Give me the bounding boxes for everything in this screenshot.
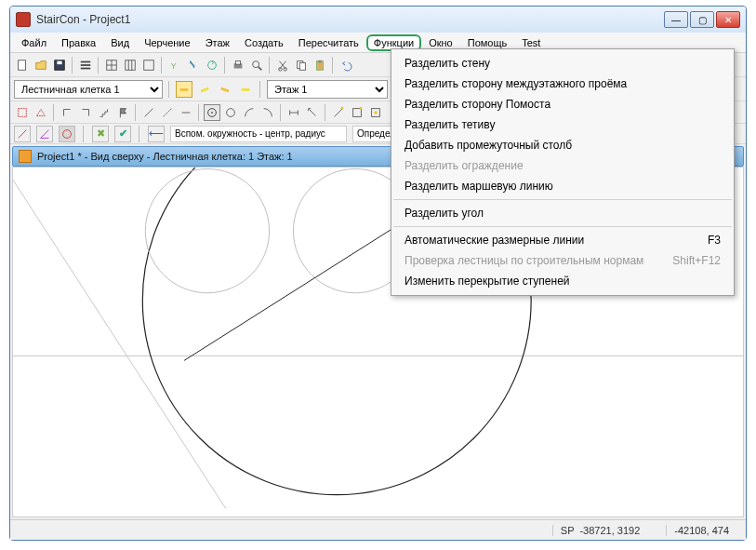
edit-shape2-icon[interactable] <box>367 104 384 121</box>
new-icon[interactable] <box>14 57 31 74</box>
undo-icon[interactable] <box>338 57 354 74</box>
dim2-icon[interactable] <box>304 104 321 121</box>
grid2-icon[interactable] <box>122 57 139 74</box>
copy-icon[interactable] <box>293 57 310 74</box>
corner-tl-icon[interactable] <box>59 104 75 121</box>
refresh-icon[interactable] <box>204 57 220 74</box>
dim1-icon[interactable] <box>285 104 302 121</box>
corner-stair-icon[interactable] <box>96 104 113 121</box>
ctx-line-icon[interactable] <box>14 126 31 142</box>
circle-sel-icon[interactable] <box>204 104 220 121</box>
corner-tr-icon[interactable] <box>77 104 94 121</box>
window-controls: — ▢ ✕ <box>664 11 740 28</box>
grid1-icon[interactable] <box>103 57 120 74</box>
menuitem-изменить-перекрытие-ступеней[interactable]: Изменить перекрытие ступеней <box>391 271 734 291</box>
statusbar: SP -38721, 3192 -42108, 474 <box>10 519 746 540</box>
grid3-icon[interactable] <box>140 57 157 74</box>
svg-rect-41 <box>341 106 344 109</box>
tool-s-icon[interactable] <box>185 57 202 74</box>
ctx-ok-icon[interactable]: ✔ <box>114 126 131 142</box>
svg-line-32 <box>145 108 153 116</box>
window-title: StairCon - Project1 <box>36 13 664 26</box>
menu-пересчитать[interactable]: Пересчитать <box>291 34 366 51</box>
svg-rect-31 <box>19 108 27 116</box>
layer1-icon[interactable] <box>176 81 192 98</box>
svg-rect-0 <box>19 60 26 70</box>
print-icon[interactable] <box>230 57 246 74</box>
menuitem-добавить-промежуточный-столб[interactable]: Добавить промежуточный столб <box>391 135 734 155</box>
svg-text:Y: Y <box>171 60 177 70</box>
maximize-button[interactable]: ▢ <box>690 11 714 28</box>
menu-этаж[interactable]: Этаж <box>198 34 237 51</box>
menu-создать[interactable]: Создать <box>237 34 291 51</box>
cut-icon[interactable] <box>274 57 291 74</box>
document-icon <box>19 150 32 163</box>
arc1-icon[interactable] <box>241 104 258 121</box>
arc2-icon[interactable] <box>259 104 276 121</box>
open-icon[interactable] <box>33 57 49 74</box>
select-rect-icon[interactable] <box>14 104 31 121</box>
menu-вид[interactable]: Вид <box>103 34 137 51</box>
select-poly-icon[interactable] <box>33 104 49 121</box>
paste-icon[interactable] <box>312 57 328 74</box>
svg-rect-26 <box>318 60 322 62</box>
preview-icon[interactable] <box>248 57 265 74</box>
list-icon[interactable] <box>77 57 94 74</box>
menuitem-разделить-стену[interactable]: Разделить стену <box>391 53 734 74</box>
ctx-check-icon[interactable]: ✖ <box>92 126 109 142</box>
svg-rect-43 <box>360 106 363 109</box>
edit-line-icon[interactable] <box>330 104 347 121</box>
ctx-angle-icon[interactable] <box>36 126 53 142</box>
tool-y-icon[interactable]: Y <box>166 57 183 74</box>
svg-rect-30 <box>242 88 250 91</box>
edit-shape1-icon[interactable] <box>349 104 365 121</box>
svg-rect-12 <box>144 60 154 70</box>
svg-rect-42 <box>353 108 362 116</box>
functions-menu: Разделить стенуРазделить сторону междуэт… <box>391 48 735 296</box>
svg-line-18 <box>259 66 262 70</box>
status-coord: -42108, 474 <box>666 525 736 536</box>
svg-rect-27 <box>180 88 189 91</box>
stairwell-combo[interactable]: Лестничная клетка 1 <box>14 80 163 99</box>
app-icon <box>16 12 31 27</box>
svg-point-37 <box>227 108 235 116</box>
svg-rect-5 <box>81 67 91 69</box>
svg-rect-24 <box>299 62 305 70</box>
menuitem-разделить-угол[interactable]: Разделить угол <box>391 203 734 223</box>
menuitem-разделить-сторону-помоста[interactable]: Разделить сторону Помоста <box>391 94 734 114</box>
ctx-back-icon[interactable]: ⟵ <box>148 126 165 142</box>
floor-combo[interactable]: Этаж 1 <box>267 80 388 99</box>
menuitem-разделить-сторону-междуэтажного-проёма[interactable]: Разделить сторону междуэтажного проёма <box>391 74 734 94</box>
menuitem-разделить-тетиву[interactable]: Разделить тетиву <box>391 114 734 135</box>
ctx-circle-icon[interactable] <box>59 126 75 142</box>
svg-line-46 <box>19 129 27 138</box>
svg-point-47 <box>63 129 72 138</box>
svg-point-51 <box>145 168 269 292</box>
svg-line-49 <box>13 180 226 508</box>
menu-правка[interactable]: Правка <box>54 34 103 51</box>
svg-line-33 <box>164 108 172 116</box>
layer3-icon[interactable] <box>217 81 233 98</box>
menuitem-разделить-ограждение: Разделить ограждение <box>391 155 734 176</box>
svg-point-14 <box>208 60 217 69</box>
circle-icon[interactable] <box>222 104 239 121</box>
svg-rect-29 <box>220 87 229 91</box>
svg-rect-3 <box>81 60 91 62</box>
line2-icon[interactable] <box>159 104 176 121</box>
svg-point-17 <box>253 60 259 67</box>
svg-rect-28 <box>201 87 209 91</box>
line3-icon[interactable] <box>178 104 194 121</box>
svg-rect-16 <box>235 60 240 64</box>
layer4-icon[interactable] <box>237 81 254 98</box>
line1-icon[interactable] <box>140 104 157 121</box>
minimize-button[interactable]: — <box>664 11 688 28</box>
save-icon[interactable] <box>51 57 68 74</box>
menuitem-разделить-маршевую-линию[interactable]: Разделить маршевую линию <box>391 176 734 196</box>
menu-файл[interactable]: Файл <box>14 34 54 51</box>
flag-icon[interactable] <box>114 104 131 121</box>
context-help-field: Вспом. окружность - центр, радиус <box>170 126 347 142</box>
menu-черчение[interactable]: Черчение <box>137 34 198 51</box>
layer2-icon[interactable] <box>196 81 213 98</box>
menuitem-автоматические-размерные-линии[interactable]: Автоматические размерные линииF3 <box>391 230 734 250</box>
close-button[interactable]: ✕ <box>716 11 740 28</box>
